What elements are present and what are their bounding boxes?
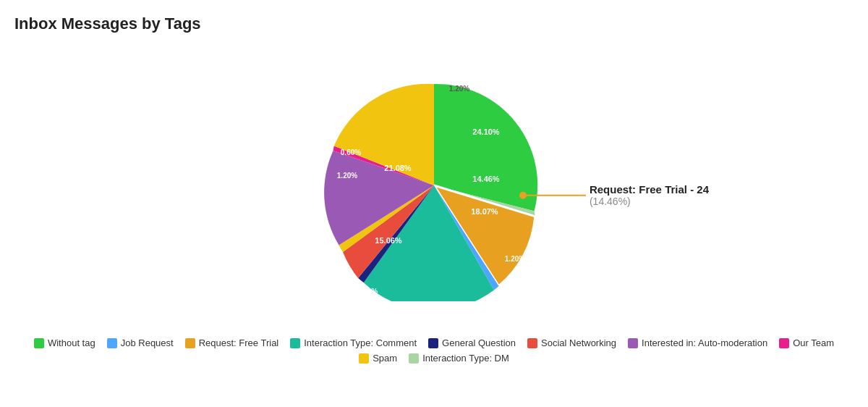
chart-legend: Without tagJob RequestRequest: Free Tria… <box>14 330 854 371</box>
label-job: 1.20% <box>505 255 525 263</box>
legend-color <box>359 353 369 364</box>
legend-color <box>290 338 300 348</box>
legend-label: Without tag <box>48 337 95 348</box>
tooltip-text: Request: Free Trial - 24 (14.46%) <box>590 183 709 207</box>
legend-color <box>527 338 537 348</box>
pie-svg: 14.46% 18.07% 15.06% 21.08% 24.10% 3.01%… <box>318 70 550 301</box>
chart-area: 14.46% 18.07% 15.06% 21.08% 24.10% 3.01%… <box>14 41 854 330</box>
label-free-trial: 14.46% <box>472 175 500 183</box>
legend-item: Job Request <box>107 337 174 348</box>
legend-color <box>628 338 638 348</box>
legend-label: Interested in: Auto-moderation <box>642 337 767 348</box>
legend-label: Spam <box>373 353 397 364</box>
label-ourteam: 0.60% <box>341 148 361 156</box>
legend-item: Spam <box>359 353 397 364</box>
legend-item: Request: Free Trial <box>185 337 279 348</box>
legend-item: Interested in: Auto-moderation <box>628 337 767 348</box>
legend-label: Interaction Type: Comment <box>304 337 417 348</box>
legend-color <box>34 338 44 348</box>
legend-label: General Question <box>442 337 516 348</box>
legend-item: General Question <box>428 337 516 348</box>
legend-label: Social Networking <box>541 337 616 348</box>
label-gq: 1.20% <box>357 288 378 295</box>
legend-label: Job Request <box>121 337 174 348</box>
legend-item: Our Team <box>779 337 834 348</box>
legend-item: Interaction Type: DM <box>409 353 509 364</box>
callout-line <box>517 184 590 206</box>
legend-label: Request: Free Trial <box>199 337 279 348</box>
legend-color <box>107 338 117 348</box>
label-without-tag: 24.10% <box>472 127 500 136</box>
legend-item: Interaction Type: Comment <box>290 337 417 348</box>
label-dm: 1.20% <box>449 85 469 93</box>
legend-label: Interaction Type: DM <box>422 353 509 364</box>
tooltip-callout: Request: Free Trial - 24 (14.46%) <box>517 183 709 207</box>
legend-color <box>185 338 195 348</box>
label-auto-mod: 15.06% <box>375 236 402 245</box>
legend-item: Social Networking <box>527 337 616 348</box>
label-spam: 21.08% <box>384 164 412 172</box>
tooltip-label: Request: Free Trial - 24 <box>590 183 709 196</box>
pie-chart: 14.46% 18.07% 15.06% 21.08% 24.10% 3.01%… <box>318 70 550 301</box>
legend-label: Our Team <box>793 337 834 348</box>
legend-color <box>428 338 438 348</box>
chart-title: Inbox Messages by Tags <box>14 14 854 33</box>
chart-container: Inbox Messages by Tags <box>0 0 868 407</box>
tooltip-value: (14.46%) <box>590 196 709 207</box>
legend-color <box>779 338 789 348</box>
legend-item: Without tag <box>34 337 95 348</box>
label-comment: 18.07% <box>471 207 498 216</box>
legend-color <box>409 353 419 364</box>
label-spam2: 1.20% <box>337 172 357 180</box>
